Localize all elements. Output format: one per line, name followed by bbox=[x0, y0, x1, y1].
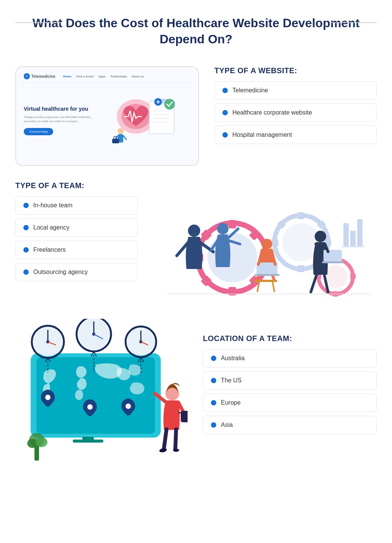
option-label-freelancers: Freelancers bbox=[33, 246, 65, 253]
svg-rect-64 bbox=[322, 261, 343, 263]
mockup-consult-button[interactable]: Consult today bbox=[24, 128, 53, 135]
svg-rect-113 bbox=[34, 445, 39, 461]
option-dot-europe bbox=[211, 400, 216, 405]
location-type-section: LOCATION OF A TEAM: Australia The US Eur… bbox=[203, 319, 377, 434]
option-label-telemedicine: Telemedicine bbox=[232, 87, 268, 94]
svg-rect-41 bbox=[343, 223, 349, 246]
list-item: Europe bbox=[203, 394, 377, 412]
svg-rect-43 bbox=[357, 219, 363, 246]
list-item: In-house team bbox=[15, 196, 138, 215]
svg-point-101 bbox=[126, 404, 131, 409]
svg-line-105 bbox=[164, 429, 167, 449]
option-dot-freelancers bbox=[23, 247, 29, 253]
svg-rect-55 bbox=[253, 280, 277, 282]
svg-point-108 bbox=[173, 449, 179, 452]
svg-point-18 bbox=[207, 233, 257, 282]
svg-point-9 bbox=[118, 128, 124, 134]
team-section-title: TYPE OF A TEAM: bbox=[15, 181, 377, 190]
option-dot-outsourcing bbox=[23, 269, 29, 275]
list-item: Hospital management bbox=[214, 126, 377, 144]
svg-point-107 bbox=[159, 448, 167, 453]
mockup-logo-icon: T bbox=[24, 73, 30, 79]
page-header: What Does the Cost of Healthcare Website… bbox=[0, 0, 392, 59]
option-label-inhouse: In-house team bbox=[33, 202, 72, 209]
svg-rect-30 bbox=[297, 265, 304, 272]
option-dot-local bbox=[23, 225, 29, 230]
location-section-title: LOCATION OF A TEAM: bbox=[203, 334, 377, 343]
option-label-asia: Asia bbox=[221, 422, 233, 428]
list-item: Local agency bbox=[15, 218, 138, 237]
header-line-left bbox=[15, 22, 61, 23]
mockup-nav-links: Home Find a doctor Apps Testimonials Abo… bbox=[63, 75, 144, 78]
option-label-local: Local agency bbox=[33, 224, 69, 231]
team-option-list: In-house team Local agency Freelancers O… bbox=[15, 196, 138, 281]
mockup-text-col: Virtual healthcare for you Totalgar prov… bbox=[24, 105, 93, 135]
mockup-illustration bbox=[96, 90, 191, 151]
mockup-headline: Virtual healthcare for you bbox=[24, 105, 93, 112]
option-label-australia: Australia bbox=[221, 355, 245, 362]
option-label-hospital: Hospital management bbox=[232, 131, 292, 138]
website-section: T Telemedicine Home Find a doctor Apps T… bbox=[0, 59, 392, 177]
option-dot-hospital bbox=[222, 132, 228, 138]
svg-rect-19 bbox=[229, 220, 236, 228]
svg-point-116 bbox=[35, 437, 47, 447]
svg-rect-31 bbox=[271, 239, 278, 246]
mockup-nav: T Telemedicine Home Find a doctor Apps T… bbox=[21, 72, 194, 83]
website-type-title: TYPE OF A WEBSITE: bbox=[214, 66, 377, 75]
svg-rect-111 bbox=[181, 411, 188, 422]
team-content: In-house team Local agency Freelancers O… bbox=[15, 196, 377, 307]
svg-line-67 bbox=[311, 275, 317, 292]
svg-rect-16 bbox=[112, 139, 119, 143]
location-illustration bbox=[15, 319, 191, 464]
option-dot-healthcare bbox=[222, 110, 228, 115]
mockup-logo: T Telemedicine bbox=[24, 73, 56, 79]
svg-line-12 bbox=[123, 136, 126, 139]
option-dot-australia bbox=[211, 356, 216, 361]
list-item: Australia bbox=[203, 349, 377, 367]
list-item: Freelancers bbox=[15, 241, 138, 259]
list-item: Asia bbox=[203, 416, 377, 434]
team-section: TYPE OF A TEAM: In-house team Local agen… bbox=[0, 177, 392, 315]
option-label-outsourcing: Outsourcing agency bbox=[33, 269, 88, 276]
option-label-us: The US bbox=[221, 377, 242, 384]
option-dot-telemedicine bbox=[222, 88, 228, 93]
svg-point-52 bbox=[261, 239, 272, 249]
svg-point-62 bbox=[315, 231, 326, 242]
telemedicine-mockup: T Telemedicine Home Find a doctor Apps T… bbox=[15, 66, 199, 166]
list-item: Telemedicine bbox=[214, 81, 377, 100]
svg-rect-29 bbox=[297, 212, 304, 219]
svg-rect-103 bbox=[73, 440, 103, 443]
header-line-right bbox=[331, 22, 377, 23]
svg-line-106 bbox=[175, 429, 176, 449]
list-item: Outsourcing agency bbox=[15, 263, 138, 281]
option-dot-us bbox=[211, 378, 216, 383]
option-label-healthcare: Healthcare corporate website bbox=[232, 109, 312, 116]
svg-line-57 bbox=[273, 282, 274, 292]
svg-rect-40 bbox=[350, 274, 356, 279]
svg-rect-63 bbox=[323, 250, 342, 262]
svg-point-97 bbox=[45, 395, 51, 400]
mockup-body: Virtual healthcare for you Totalgar prov… bbox=[21, 86, 194, 155]
website-type-section: TYPE OF A WEBSITE: Telemedicine Healthca… bbox=[214, 66, 377, 144]
mockup-description: Totalgar provides progressive, and affor… bbox=[24, 115, 93, 123]
option-label-europe: Europe bbox=[221, 399, 241, 406]
team-list: In-house team Local agency Freelancers O… bbox=[15, 196, 138, 281]
option-dot-inhouse bbox=[23, 203, 29, 208]
svg-point-99 bbox=[87, 404, 93, 410]
svg-rect-42 bbox=[350, 231, 356, 246]
svg-point-8 bbox=[164, 99, 175, 110]
list-item: The US bbox=[203, 371, 377, 390]
svg-point-48 bbox=[217, 223, 229, 235]
location-option-list: Australia The US Europe Asia bbox=[203, 349, 377, 434]
list-item: Healthcare corporate website bbox=[214, 103, 377, 122]
svg-point-45 bbox=[188, 225, 200, 237]
location-section: LOCATION OF A TEAM: Australia The US Eur… bbox=[0, 315, 392, 480]
svg-rect-59 bbox=[255, 274, 279, 276]
team-illustration bbox=[149, 196, 377, 307]
page-title: What Does the Cost of Healthcare Website… bbox=[31, 15, 361, 47]
website-type-list: Telemedicine Healthcare corporate websit… bbox=[214, 81, 377, 144]
option-dot-asia bbox=[211, 422, 216, 428]
